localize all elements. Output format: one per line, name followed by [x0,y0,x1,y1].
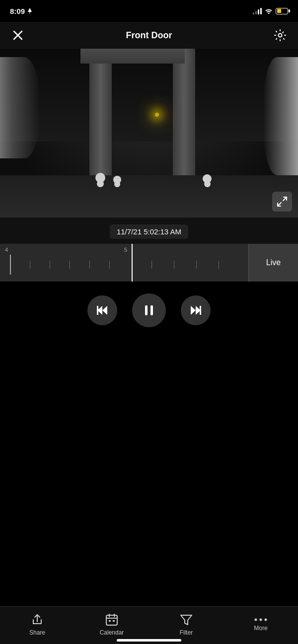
timeline-label-5: 5 [124,247,127,253]
timeline-row: 4 5 Live [0,244,298,282]
timeline-track[interactable]: 4 5 [0,244,248,282]
skip-back-button[interactable] [87,295,117,325]
video-player [0,49,298,217]
svg-line-3 [283,197,287,201]
svg-line-4 [278,203,281,206]
svg-point-2 [278,34,282,37]
tick-minor [109,261,110,269]
filter-label: Filter [180,629,193,636]
bottom-nav: Share Calendar Filter [0,606,298,644]
svg-rect-7 [97,306,98,315]
top-nav: Front Door [0,22,298,49]
ground [0,175,298,217]
svg-rect-17 [109,620,111,622]
pause-icon [142,303,156,317]
skip-forward-button[interactable] [181,295,211,325]
tick-minor [219,261,219,269]
close-button[interactable] [9,26,27,44]
timeline-cursor [132,244,133,282]
calendar-nav-item[interactable]: Calendar [94,613,129,636]
battery-icon [276,8,288,14]
signal-icon [253,8,262,14]
home-indicator [0,640,298,644]
live-button[interactable]: Live [248,244,298,282]
timeline-ticks [0,255,248,275]
status-time: 8:09 [10,7,32,15]
svg-marker-11 [191,306,196,315]
share-icon [30,613,44,627]
svg-rect-18 [113,620,115,622]
arch [80,49,185,64]
skip-back-icon [96,304,109,317]
timestamp-bar: 11/7/21 5:02:13 AM [0,217,298,244]
live-label: Live [266,258,281,267]
right-pillar [173,49,195,192]
tick-minor [50,261,50,269]
svg-rect-12 [200,306,201,315]
location-icon [27,8,32,14]
wifi-icon [265,8,273,14]
battery-fill [277,9,281,13]
snowman-2 [113,176,121,187]
calendar-label: Calendar [100,629,124,636]
video-canvas [0,49,298,217]
tick-minor [151,261,152,269]
share-label: Share [29,629,45,636]
timeline-labels: 4 5 [0,247,248,253]
tick-minor [174,261,174,269]
status-bar: 8:09 [0,0,298,22]
timestamp-badge: 11/7/21 5:02:13 AM [110,224,188,239]
more-icon [254,617,268,622]
expand-icon [277,196,288,207]
filter-icon [179,613,193,627]
svg-marker-6 [102,306,107,315]
timeline-label-4: 4 [5,247,8,253]
svg-rect-8 [145,305,148,315]
left-figure [0,57,40,158]
page-title: Front Door [126,30,172,41]
expand-button[interactable] [272,192,292,212]
home-indicator-bar [117,639,181,642]
more-label: More [254,625,267,632]
left-pillar [89,49,112,192]
tick-minor [196,261,197,269]
bottom-nav-items: Share Calendar Filter [0,607,298,640]
calendar-icon [105,613,119,627]
right-figure [263,57,298,175]
pause-button[interactable] [132,293,166,327]
time-display: 8:09 [10,7,25,15]
status-icons [253,8,288,14]
svg-point-22 [265,619,267,621]
tick-minor [89,261,90,269]
filter-nav-item[interactable]: Filter [169,613,204,636]
tick-major-4 [10,255,11,275]
svg-point-20 [255,619,257,621]
video-scene [0,49,298,217]
tick-minor [70,261,70,269]
tick-minor [30,261,30,269]
snowman-1 [95,173,105,187]
snowman-head [97,180,104,187]
empty-area [0,337,298,571]
settings-button[interactable] [271,26,289,44]
playback-controls [0,282,298,337]
more-nav-item[interactable]: More [243,617,278,632]
svg-point-21 [260,619,262,621]
share-nav-item[interactable]: Share [20,613,55,636]
skip-forward-icon [189,304,202,317]
snowman-3 [203,174,212,187]
svg-rect-13 [106,615,117,625]
svg-rect-9 [150,305,153,315]
svg-marker-19 [181,615,192,625]
